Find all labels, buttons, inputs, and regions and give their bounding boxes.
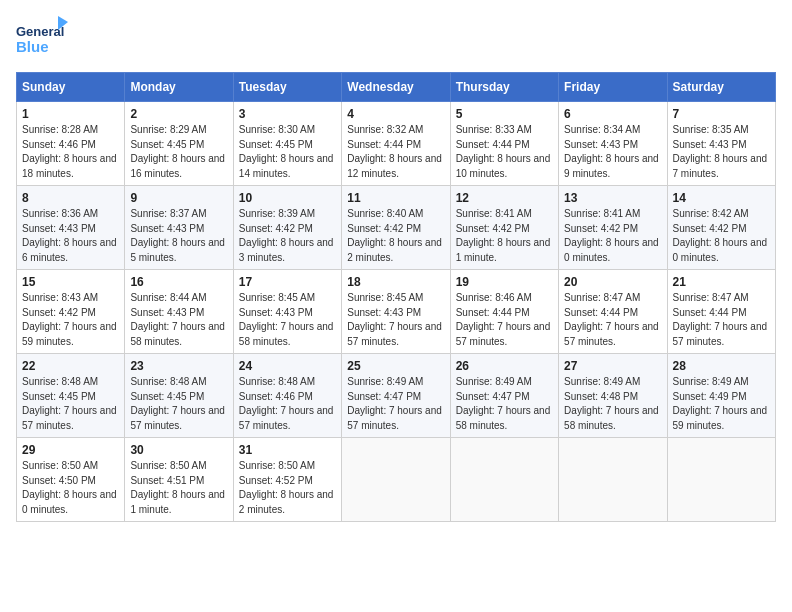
day-number: 24	[239, 359, 336, 373]
day-number: 11	[347, 191, 444, 205]
calendar-cell: 12 Sunrise: 8:41 AMSunset: 4:42 PMDaylig…	[450, 186, 558, 270]
day-detail: Sunrise: 8:50 AMSunset: 4:52 PMDaylight:…	[239, 460, 334, 515]
calendar-week-2: 8 Sunrise: 8:36 AMSunset: 4:43 PMDayligh…	[17, 186, 776, 270]
calendar-cell: 6 Sunrise: 8:34 AMSunset: 4:43 PMDayligh…	[559, 102, 667, 186]
calendar-cell: 10 Sunrise: 8:39 AMSunset: 4:42 PMDaylig…	[233, 186, 341, 270]
day-number: 21	[673, 275, 770, 289]
calendar-cell	[450, 438, 558, 522]
calendar-cell: 15 Sunrise: 8:43 AMSunset: 4:42 PMDaylig…	[17, 270, 125, 354]
calendar-week-4: 22 Sunrise: 8:48 AMSunset: 4:45 PMDaylig…	[17, 354, 776, 438]
calendar-cell	[559, 438, 667, 522]
calendar-cell: 13 Sunrise: 8:41 AMSunset: 4:42 PMDaylig…	[559, 186, 667, 270]
calendar-cell: 11 Sunrise: 8:40 AMSunset: 4:42 PMDaylig…	[342, 186, 450, 270]
calendar-cell: 18 Sunrise: 8:45 AMSunset: 4:43 PMDaylig…	[342, 270, 450, 354]
day-number: 15	[22, 275, 119, 289]
weekday-header-thursday: Thursday	[450, 73, 558, 102]
calendar-cell: 7 Sunrise: 8:35 AMSunset: 4:43 PMDayligh…	[667, 102, 775, 186]
day-number: 4	[347, 107, 444, 121]
day-number: 17	[239, 275, 336, 289]
calendar-cell: 8 Sunrise: 8:36 AMSunset: 4:43 PMDayligh…	[17, 186, 125, 270]
weekday-header-monday: Monday	[125, 73, 233, 102]
day-number: 22	[22, 359, 119, 373]
day-number: 30	[130, 443, 227, 457]
day-number: 18	[347, 275, 444, 289]
weekday-header-wednesday: Wednesday	[342, 73, 450, 102]
day-number: 13	[564, 191, 661, 205]
day-number: 8	[22, 191, 119, 205]
calendar-table: SundayMondayTuesdayWednesdayThursdayFrid…	[16, 72, 776, 522]
day-detail: Sunrise: 8:41 AMSunset: 4:42 PMDaylight:…	[564, 208, 659, 263]
day-detail: Sunrise: 8:30 AMSunset: 4:45 PMDaylight:…	[239, 124, 334, 179]
calendar-cell: 17 Sunrise: 8:45 AMSunset: 4:43 PMDaylig…	[233, 270, 341, 354]
calendar-cell: 28 Sunrise: 8:49 AMSunset: 4:49 PMDaylig…	[667, 354, 775, 438]
day-detail: Sunrise: 8:47 AMSunset: 4:44 PMDaylight:…	[564, 292, 659, 347]
calendar-cell: 30 Sunrise: 8:50 AMSunset: 4:51 PMDaylig…	[125, 438, 233, 522]
day-number: 9	[130, 191, 227, 205]
day-detail: Sunrise: 8:49 AMSunset: 4:48 PMDaylight:…	[564, 376, 659, 431]
day-number: 14	[673, 191, 770, 205]
weekday-header-sunday: Sunday	[17, 73, 125, 102]
weekday-header-saturday: Saturday	[667, 73, 775, 102]
day-detail: Sunrise: 8:50 AMSunset: 4:51 PMDaylight:…	[130, 460, 225, 515]
day-detail: Sunrise: 8:44 AMSunset: 4:43 PMDaylight:…	[130, 292, 225, 347]
calendar-cell: 26 Sunrise: 8:49 AMSunset: 4:47 PMDaylig…	[450, 354, 558, 438]
day-detail: Sunrise: 8:36 AMSunset: 4:43 PMDaylight:…	[22, 208, 117, 263]
day-number: 26	[456, 359, 553, 373]
calendar-cell: 20 Sunrise: 8:47 AMSunset: 4:44 PMDaylig…	[559, 270, 667, 354]
day-number: 16	[130, 275, 227, 289]
day-detail: Sunrise: 8:37 AMSunset: 4:43 PMDaylight:…	[130, 208, 225, 263]
day-detail: Sunrise: 8:34 AMSunset: 4:43 PMDaylight:…	[564, 124, 659, 179]
calendar-cell: 4 Sunrise: 8:32 AMSunset: 4:44 PMDayligh…	[342, 102, 450, 186]
calendar-cell: 2 Sunrise: 8:29 AMSunset: 4:45 PMDayligh…	[125, 102, 233, 186]
calendar-cell: 19 Sunrise: 8:46 AMSunset: 4:44 PMDaylig…	[450, 270, 558, 354]
day-detail: Sunrise: 8:48 AMSunset: 4:46 PMDaylight:…	[239, 376, 334, 431]
day-detail: Sunrise: 8:41 AMSunset: 4:42 PMDaylight:…	[456, 208, 551, 263]
calendar-cell: 27 Sunrise: 8:49 AMSunset: 4:48 PMDaylig…	[559, 354, 667, 438]
day-number: 6	[564, 107, 661, 121]
page-header: General Blue	[16, 16, 776, 64]
day-detail: Sunrise: 8:28 AMSunset: 4:46 PMDaylight:…	[22, 124, 117, 179]
day-detail: Sunrise: 8:50 AMSunset: 4:50 PMDaylight:…	[22, 460, 117, 515]
calendar-cell: 22 Sunrise: 8:48 AMSunset: 4:45 PMDaylig…	[17, 354, 125, 438]
calendar-cell	[667, 438, 775, 522]
calendar-cell: 21 Sunrise: 8:47 AMSunset: 4:44 PMDaylig…	[667, 270, 775, 354]
calendar-week-3: 15 Sunrise: 8:43 AMSunset: 4:42 PMDaylig…	[17, 270, 776, 354]
calendar-week-1: 1 Sunrise: 8:28 AMSunset: 4:46 PMDayligh…	[17, 102, 776, 186]
day-detail: Sunrise: 8:43 AMSunset: 4:42 PMDaylight:…	[22, 292, 117, 347]
svg-text:General: General	[16, 24, 64, 39]
day-number: 1	[22, 107, 119, 121]
day-number: 5	[456, 107, 553, 121]
calendar-cell: 29 Sunrise: 8:50 AMSunset: 4:50 PMDaylig…	[17, 438, 125, 522]
day-detail: Sunrise: 8:32 AMSunset: 4:44 PMDaylight:…	[347, 124, 442, 179]
calendar-cell: 1 Sunrise: 8:28 AMSunset: 4:46 PMDayligh…	[17, 102, 125, 186]
day-detail: Sunrise: 8:42 AMSunset: 4:42 PMDaylight:…	[673, 208, 768, 263]
day-detail: Sunrise: 8:49 AMSunset: 4:47 PMDaylight:…	[347, 376, 442, 431]
calendar-cell: 3 Sunrise: 8:30 AMSunset: 4:45 PMDayligh…	[233, 102, 341, 186]
day-number: 19	[456, 275, 553, 289]
day-number: 28	[673, 359, 770, 373]
day-number: 10	[239, 191, 336, 205]
day-number: 29	[22, 443, 119, 457]
weekday-header-tuesday: Tuesday	[233, 73, 341, 102]
day-detail: Sunrise: 8:48 AMSunset: 4:45 PMDaylight:…	[22, 376, 117, 431]
day-detail: Sunrise: 8:45 AMSunset: 4:43 PMDaylight:…	[347, 292, 442, 347]
calendar-cell: 23 Sunrise: 8:48 AMSunset: 4:45 PMDaylig…	[125, 354, 233, 438]
day-number: 2	[130, 107, 227, 121]
day-number: 25	[347, 359, 444, 373]
day-number: 27	[564, 359, 661, 373]
day-detail: Sunrise: 8:33 AMSunset: 4:44 PMDaylight:…	[456, 124, 551, 179]
day-number: 12	[456, 191, 553, 205]
weekday-header-friday: Friday	[559, 73, 667, 102]
calendar-cell: 25 Sunrise: 8:49 AMSunset: 4:47 PMDaylig…	[342, 354, 450, 438]
calendar-cell: 16 Sunrise: 8:44 AMSunset: 4:43 PMDaylig…	[125, 270, 233, 354]
day-detail: Sunrise: 8:40 AMSunset: 4:42 PMDaylight:…	[347, 208, 442, 263]
day-detail: Sunrise: 8:35 AMSunset: 4:43 PMDaylight:…	[673, 124, 768, 179]
calendar-cell: 9 Sunrise: 8:37 AMSunset: 4:43 PMDayligh…	[125, 186, 233, 270]
calendar-week-5: 29 Sunrise: 8:50 AMSunset: 4:50 PMDaylig…	[17, 438, 776, 522]
day-number: 31	[239, 443, 336, 457]
day-detail: Sunrise: 8:48 AMSunset: 4:45 PMDaylight:…	[130, 376, 225, 431]
calendar-cell: 14 Sunrise: 8:42 AMSunset: 4:42 PMDaylig…	[667, 186, 775, 270]
calendar-cell: 5 Sunrise: 8:33 AMSunset: 4:44 PMDayligh…	[450, 102, 558, 186]
day-detail: Sunrise: 8:49 AMSunset: 4:47 PMDaylight:…	[456, 376, 551, 431]
day-detail: Sunrise: 8:46 AMSunset: 4:44 PMDaylight:…	[456, 292, 551, 347]
